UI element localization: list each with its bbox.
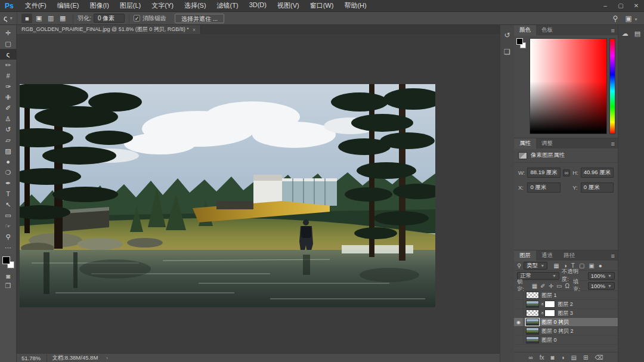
minimize-button[interactable]: –: [597, 0, 613, 12]
healing-brush-tool[interactable]: ✙: [0, 92, 17, 103]
layer-mask-thumbnail[interactable]: [544, 301, 555, 308]
rectangular-marquee-tool[interactable]: ▢: [0, 38, 17, 49]
color-tab-0[interactable]: 颜色: [514, 25, 536, 36]
new-group-icon[interactable]: ▤: [571, 354, 577, 361]
new-layer-icon[interactable]: ⊞: [583, 354, 588, 361]
document-image[interactable]: [20, 84, 435, 307]
intersect-selection-icon[interactable]: ▦: [57, 14, 68, 23]
screen-mode-button[interactable]: ❐: [0, 281, 17, 291]
feather-input[interactable]: 0 像素: [94, 14, 125, 23]
blur-tool[interactable]: ●: [0, 156, 17, 167]
layer-mask-thumbnail[interactable]: [544, 310, 555, 317]
menu-item-0[interactable]: 文件(F): [20, 1, 52, 10]
layer-thumbnail[interactable]: [526, 301, 539, 308]
shape-tool[interactable]: ▭: [0, 210, 17, 221]
zoom-level-field[interactable]: 51.78%: [17, 355, 47, 361]
layer-style-icon[interactable]: fx: [540, 354, 544, 361]
color-panel-swatch[interactable]: [516, 38, 527, 50]
hue-slider[interactable]: [609, 38, 615, 134]
history-brush-tool[interactable]: ↺: [0, 124, 17, 135]
layer-visibility-toggle[interactable]: [514, 336, 524, 344]
menu-item-5[interactable]: 选择(S): [179, 1, 212, 10]
lock-artboard-icon[interactable]: ▭: [556, 283, 562, 289]
layer-thumbnail[interactable]: [526, 336, 539, 344]
filter-pin-icon[interactable]: ●: [599, 262, 602, 269]
pen-tool[interactable]: ✒: [0, 178, 17, 188]
link-layers-icon[interactable]: ∞: [529, 354, 533, 361]
color-panel-menu-icon[interactable]: ≡: [611, 27, 618, 34]
canvas-area[interactable]: [17, 34, 500, 353]
opacity-dropdown[interactable]: 100%▼: [588, 272, 615, 280]
layer-visibility-toggle[interactable]: ◉: [514, 318, 524, 326]
properties-tab-1[interactable]: 调整: [536, 138, 558, 149]
menu-item-7[interactable]: 3D(D): [244, 1, 272, 10]
menu-item-10[interactable]: 帮助(H): [339, 1, 371, 10]
layers-tab-0[interactable]: 图层: [514, 250, 536, 261]
layer-mask-link-icon[interactable]: 8: [541, 311, 543, 315]
layers-tab-1[interactable]: 通道: [536, 250, 558, 261]
hand-tool[interactable]: ☞: [0, 221, 17, 231]
color-tab-1[interactable]: 色板: [536, 25, 558, 36]
status-options-arrow-icon[interactable]: ›: [106, 355, 108, 361]
lock-paint-icon[interactable]: ✐: [540, 283, 545, 289]
maximize-button[interactable]: ▢: [613, 0, 628, 12]
layer-row-1[interactable]: 8图层 2: [514, 300, 618, 309]
path-selection-tool[interactable]: ↖: [0, 199, 17, 210]
layer-row-3[interactable]: ◉图层 0 拷贝: [514, 318, 618, 327]
foreground-background-swatch[interactable]: [2, 256, 14, 268]
lock-move-icon[interactable]: ✛: [549, 283, 553, 289]
smart-object-filter-icon[interactable]: ▣: [589, 262, 594, 269]
saturation-brightness-picker[interactable]: [530, 38, 607, 134]
menu-item-6[interactable]: 滤镜(T): [212, 1, 244, 10]
menu-item-2[interactable]: 图像(I): [84, 1, 114, 10]
add-to-selection-icon[interactable]: ▣: [33, 14, 44, 23]
layer-visibility-toggle[interactable]: [514, 300, 524, 308]
layer-row-0[interactable]: 图层 1: [514, 291, 618, 300]
layer-row-4[interactable]: 图层 0 拷贝 2: [514, 327, 618, 336]
mini-foreground-swatch[interactable]: [516, 38, 523, 45]
workspace-switcher-icon[interactable]: ▣ ▼: [625, 14, 638, 23]
document-tab[interactable]: RGB_GOLDEN_PRAIRIE_FINAL.jpg @ 51.8% (图层…: [17, 25, 201, 34]
brush-tool[interactable]: ✐: [0, 103, 17, 113]
clone-stamp-tool[interactable]: ♙: [0, 113, 17, 124]
lock-transparency-icon[interactable]: ▦: [532, 283, 537, 289]
libraries-panel-icon[interactable]: ▤: [634, 30, 640, 362]
eyedropper-tool[interactable]: ✑: [0, 81, 17, 92]
layers-panel-menu-icon[interactable]: ≡: [611, 252, 618, 259]
gradient-tool[interactable]: ▨: [0, 146, 17, 156]
menu-item-9[interactable]: 窗口(W): [305, 1, 339, 10]
layers-tab-2[interactable]: 路径: [558, 250, 580, 261]
edit-toolbar-icon[interactable]: ⋯: [0, 242, 17, 253]
select-and-mask-button[interactable]: 选择并遮住 ...: [175, 14, 224, 23]
menu-item-3[interactable]: 图层(L): [114, 1, 146, 10]
menu-item-8[interactable]: 视图(V): [272, 1, 305, 10]
height-field[interactable]: 40.96 厘米: [581, 168, 614, 178]
subtract-from-selection-icon[interactable]: ▥: [45, 14, 56, 23]
layer-row-2[interactable]: 8图层 3: [514, 309, 618, 318]
add-layer-mask-icon[interactable]: ◙: [550, 354, 554, 361]
crop-tool[interactable]: #: [0, 70, 17, 81]
layer-row-5[interactable]: 图层 0: [514, 336, 618, 345]
width-field[interactable]: 88.19 厘米: [527, 168, 560, 178]
fill-dropdown[interactable]: 100%▼: [588, 282, 615, 290]
lasso-tool[interactable]: ς: [0, 49, 17, 60]
history-panel-icon[interactable]: ↺: [504, 31, 510, 39]
properties-panel-menu-icon[interactable]: ≡: [611, 140, 618, 147]
antialias-checkbox[interactable]: ✓: [134, 15, 140, 21]
clone-source-panel-icon[interactable]: ❏: [504, 48, 510, 56]
properties-tab-0[interactable]: 属性: [514, 138, 536, 149]
layer-visibility-toggle[interactable]: [514, 327, 524, 335]
layer-thumbnail[interactable]: [526, 318, 539, 326]
adjustment-layer-icon[interactable]: ◑: [561, 354, 564, 361]
eraser-tool[interactable]: ▱: [0, 135, 17, 146]
close-tab-icon[interactable]: ×: [193, 27, 196, 33]
pixel-filter-icon[interactable]: ▦: [553, 262, 559, 269]
lock-all-icon[interactable]: Ω: [565, 283, 569, 289]
move-tool[interactable]: ✛: [0, 27, 17, 38]
type-tool[interactable]: T: [0, 188, 17, 199]
close-button[interactable]: ✕: [628, 0, 644, 12]
y-field[interactable]: 0 厘米: [581, 182, 614, 193]
link-dimensions-icon[interactable]: ∞: [563, 169, 570, 177]
layer-visibility-toggle[interactable]: [514, 309, 524, 317]
tool-preset-picker[interactable]: ς ▼: [0, 12, 17, 24]
